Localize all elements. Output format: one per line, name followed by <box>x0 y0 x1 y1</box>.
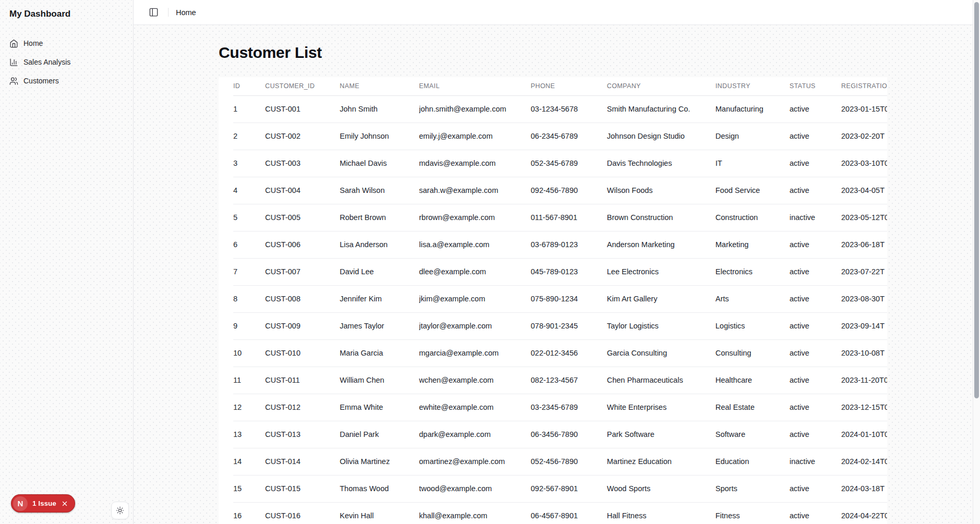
table-cell: Park Software <box>607 421 715 448</box>
table-cell: 082-123-4567 <box>531 367 607 394</box>
table-cell: Electronics <box>715 258 790 285</box>
table-cell: CUST-009 <box>265 312 340 339</box>
table-cell: mgarcia@example.com <box>419 339 531 367</box>
table-cell: 8 <box>233 285 265 312</box>
table-cell: CUST-002 <box>265 123 340 150</box>
sidebar-item-home[interactable]: Home <box>9 34 133 53</box>
table-cell: 7 <box>233 258 265 285</box>
app-window: My Dashboard Home Sales Analysis Custome… <box>0 0 980 524</box>
table-cell: active <box>790 367 841 394</box>
table-row: 5CUST-005Robert Brownrbrown@example.com0… <box>233 204 887 231</box>
table-cell: active <box>790 285 841 312</box>
issue-count-label: 1 Issue <box>32 499 56 507</box>
sidebar-item-label: Sales Analysis <box>23 58 70 66</box>
column-header: CUSTOMER_ID <box>265 77 340 95</box>
table-cell: 4 <box>233 177 265 204</box>
table-cell: active <box>790 150 841 177</box>
table-cell: jkim@example.com <box>419 285 531 312</box>
table-cell: Maria Garcia <box>340 339 419 367</box>
table-head-row: IDCUSTOMER_IDNAMEEMAILPHONECOMPANYINDUST… <box>233 77 887 95</box>
table-cell: Garcia Consulting <box>607 339 715 367</box>
customer-table-container: IDCUSTOMER_IDNAMEEMAILPHONECOMPANYINDUST… <box>219 77 887 524</box>
table-cell: active <box>790 258 841 285</box>
table-cell: Emma White <box>340 394 419 421</box>
table-cell: khall@example.com <box>419 502 531 524</box>
table-cell: 9 <box>233 312 265 339</box>
table-cell: 2023-05-12T0 <box>841 204 887 231</box>
table-cell: 3 <box>233 150 265 177</box>
sidebar-title: My Dashboard <box>9 8 133 20</box>
table-row: 6CUST-006Lisa Andersonlisa.a@example.com… <box>233 231 887 258</box>
table-row: 9CUST-009James Taylorjtaylor@example.com… <box>233 312 887 339</box>
home-icon <box>9 39 18 48</box>
column-header: REGISTRATION <box>841 77 887 95</box>
table-cell: CUST-006 <box>265 231 340 258</box>
table-cell: Sports <box>715 475 790 502</box>
table-cell: 06-2345-6789 <box>531 123 607 150</box>
table-cell: omartinez@example.com <box>419 448 531 475</box>
table-cell: Brown Construction <box>607 204 715 231</box>
table-row: 13CUST-013Daniel Parkdpark@example.com06… <box>233 421 887 448</box>
vertical-scrollbar[interactable] <box>973 0 980 524</box>
table-cell: Taylor Logistics <box>607 312 715 339</box>
table-cell: Smith Manufacturing Co. <box>607 95 715 123</box>
table-cell: Arts <box>715 285 790 312</box>
table-cell: 2023-09-14T <box>841 312 887 339</box>
customer-table: IDCUSTOMER_IDNAMEEMAILPHONECOMPANYINDUST… <box>233 77 887 524</box>
table-cell: 2023-08-30T <box>841 285 887 312</box>
table-cell: Lee Electronics <box>607 258 715 285</box>
table-cell: inactive <box>790 204 841 231</box>
table-cell: Kim Art Gallery <box>607 285 715 312</box>
table-cell: active <box>790 421 841 448</box>
table-cell: 2023-01-15T0 <box>841 95 887 123</box>
devtools-issue-badge[interactable]: N 1 Issue <box>11 494 75 513</box>
table-cell: active <box>790 123 841 150</box>
table-cell: CUST-012 <box>265 394 340 421</box>
table-cell: White Enterprises <box>607 394 715 421</box>
table-cell: ewhite@example.com <box>419 394 531 421</box>
sidebar-item-customers[interactable]: Customers <box>9 71 133 90</box>
table-cell: active <box>790 394 841 421</box>
table-cell: 2023-06-18T <box>841 231 887 258</box>
table-cell: 2023-07-22T <box>841 258 887 285</box>
table-cell: 15 <box>233 475 265 502</box>
column-header: COMPANY <box>607 77 715 95</box>
column-header: NAME <box>340 77 419 95</box>
table-cell: 092-567-8901 <box>531 475 607 502</box>
table-cell: john.smith@example.com <box>419 95 531 123</box>
table-cell: twood@example.com <box>419 475 531 502</box>
table-cell: 2024-03-18T <box>841 475 887 502</box>
table-cell: 12 <box>233 394 265 421</box>
table-cell: emily.j@example.com <box>419 123 531 150</box>
table-cell: active <box>790 95 841 123</box>
table-cell: lisa.a@example.com <box>419 231 531 258</box>
main-area: Home Customer List IDCUSTOMER_IDNAMEEMAI… <box>134 0 980 524</box>
table-cell: Wilson Foods <box>607 177 715 204</box>
scrollbar-thumb[interactable] <box>974 2 979 398</box>
page-content: Customer List IDCUSTOMER_IDNAMEEMAILPHON… <box>134 25 980 524</box>
close-icon[interactable] <box>61 500 68 507</box>
table-cell: Kevin Hall <box>340 502 419 524</box>
table-cell: 2 <box>233 123 265 150</box>
table-cell: Thomas Wood <box>340 475 419 502</box>
table-cell: Daniel Park <box>340 421 419 448</box>
table-body: 1CUST-001John Smithjohn.smith@example.co… <box>233 95 887 524</box>
table-cell: rbrown@example.com <box>419 204 531 231</box>
table-cell: active <box>790 475 841 502</box>
table-cell: wchen@example.com <box>419 367 531 394</box>
table-cell: 075-890-1234 <box>531 285 607 312</box>
sidebar-item-label: Home <box>23 39 43 47</box>
table-cell: CUST-015 <box>265 475 340 502</box>
table-cell: 022-012-3456 <box>531 339 607 367</box>
table-cell: 06-3456-7890 <box>531 421 607 448</box>
table-cell: Jennifer Kim <box>340 285 419 312</box>
sidebar-toggle-button[interactable] <box>146 5 161 20</box>
table-cell: active <box>790 177 841 204</box>
table-cell: Chen Pharmaceuticals <box>607 367 715 394</box>
sidebar-nav: Home Sales Analysis Customers <box>9 34 133 90</box>
table-cell: Sarah Wilson <box>340 177 419 204</box>
table-cell: 03-6789-0123 <box>531 231 607 258</box>
sidebar-item-sales-analysis[interactable]: Sales Analysis <box>9 53 133 71</box>
table-cell: Healthcare <box>715 367 790 394</box>
theme-toggle-button[interactable] <box>111 502 129 519</box>
